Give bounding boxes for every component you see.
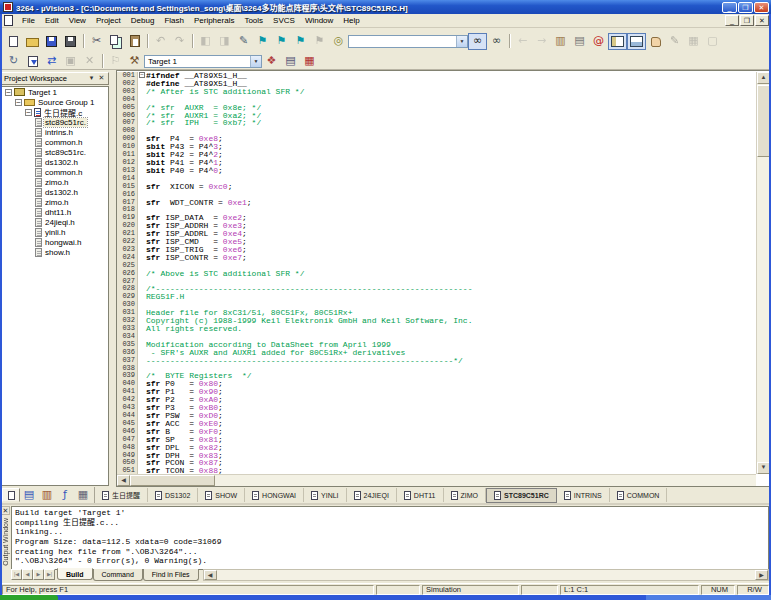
workspace-page-files[interactable] (2, 488, 20, 502)
output-close-button[interactable]: ✕ (1, 506, 10, 515)
source-browser-icon[interactable]: ▥ (551, 33, 570, 50)
output-tab-build[interactable]: Build (57, 568, 93, 580)
tree-item-yinli-h[interactable]: yinli.h (2, 227, 108, 237)
tree-expander[interactable]: − (25, 109, 32, 116)
tree-item-common-h[interactable]: common.h (2, 167, 108, 177)
debug-buttons-icon[interactable]: ▦ (300, 53, 319, 70)
build-output-text[interactable]: Build target 'Target 1'compiling 生日提醒.c.… (11, 506, 769, 570)
tree-item-24jieqi-h[interactable]: 24jieqi.h (2, 217, 108, 227)
incremental-find-icon[interactable]: ◎ (329, 33, 348, 50)
tree-item-hongwai-h[interactable]: hongwai.h (2, 237, 108, 247)
copy-icon[interactable] (106, 33, 125, 50)
new-file-icon[interactable] (4, 33, 23, 50)
tab-scroll-next-button[interactable]: ▶ (33, 569, 44, 580)
project-window-toggle-icon[interactable] (608, 33, 627, 50)
editor-horizontal-scrollbar[interactable]: ◀ (117, 474, 756, 486)
document-icon[interactable] (4, 15, 13, 26)
menu-project[interactable]: Project (91, 15, 126, 26)
find-at-icon[interactable]: @ (589, 33, 608, 50)
file-tab-yinli[interactable]: YINLI (304, 488, 347, 502)
file-tab-show[interactable]: SHOW (198, 488, 245, 502)
tab-scroll-first-button[interactable]: |◀ (11, 569, 22, 580)
file-tab-zimo[interactable]: ZIMO (444, 488, 487, 502)
find-text-combo[interactable]: ▼ (348, 35, 468, 48)
options-for-target-icon[interactable]: ⚒ (125, 53, 144, 70)
cut-icon[interactable]: ✂ (87, 33, 106, 50)
scroll-left-button[interactable]: ◀ (117, 475, 130, 486)
find-in-files-icon[interactable]: ∞ (487, 33, 506, 50)
fold-marker[interactable]: − (139, 72, 145, 78)
mdi-restore-button[interactable]: ❐ (740, 15, 754, 26)
tree-item-intrins-h[interactable]: intrins.h (2, 127, 108, 137)
paste-icon[interactable] (125, 33, 144, 50)
file-tab-intrins[interactable]: INTRINS (557, 488, 610, 502)
workspace-page-templates[interactable]: ▦ (74, 488, 92, 502)
start-button[interactable] (0, 595, 58, 600)
restore-button[interactable]: ❐ (738, 2, 753, 13)
workspace-page-functions[interactable]: ƒ (56, 488, 74, 502)
menu-svcs[interactable]: SVCS (268, 15, 300, 26)
bookmark-prev-icon[interactable]: ⚑ (291, 33, 310, 50)
open-file-icon[interactable] (23, 33, 42, 50)
tree-item-source-group-1[interactable]: −Source Group 1 (2, 97, 108, 107)
file-tab-dht11[interactable]: DHT11 (397, 488, 444, 502)
file-tab-24jieqi[interactable]: 24JIEQI (347, 488, 397, 502)
tree-item-common-h[interactable]: common.h (2, 137, 108, 147)
tree-item-stc89c51rc-[interactable]: stc89c51rc. (2, 147, 108, 157)
mdi-close-button[interactable]: ✕ (755, 15, 769, 26)
tree-item-ds1302-h[interactable]: ds1302.h (2, 187, 108, 197)
tree-item-zimo-h[interactable]: zimo.h (2, 197, 108, 207)
menu-tools[interactable]: Tools (239, 15, 268, 26)
workspace-page-regs[interactable]: ▤ (20, 488, 38, 502)
tree-expander[interactable]: − (15, 99, 22, 106)
bookmark-toggle-icon[interactable]: ⚑ (253, 33, 272, 50)
menu-edit[interactable]: Edit (40, 15, 64, 26)
output-scroll-left-button[interactable]: ◀ (204, 570, 217, 580)
file-config-icon[interactable]: ▤ (281, 53, 300, 70)
output-tab-command[interactable]: Command (93, 569, 143, 581)
windows-taskbar[interactable] (0, 595, 771, 600)
workspace-close-button[interactable]: ✕ (97, 74, 106, 83)
tree-item--c[interactable]: −生日提醒.c (2, 107, 108, 117)
output-tab-find-in-files[interactable]: Find in Files (143, 569, 199, 581)
file-tab-ds1302[interactable]: DS1302 (148, 488, 198, 502)
manage-components-icon[interactable]: ❖ (262, 53, 281, 70)
menu-debug[interactable]: Debug (126, 15, 160, 26)
tree-item-stc89c51rc-[interactable]: stc89c51rc. (2, 117, 108, 127)
rebuild-all-icon[interactable]: ⇄ (42, 53, 61, 70)
bookmark-next-icon[interactable]: ⚑ (272, 33, 291, 50)
tab-scroll-last-button[interactable]: ▶| (44, 569, 55, 580)
tree-item-zimo-h[interactable]: zimo.h (2, 177, 108, 187)
build-target-icon[interactable] (23, 53, 42, 70)
horizontal-scroll-thumb[interactable] (130, 475, 215, 486)
find-text-combo-dropdown-arrow[interactable]: ▼ (456, 36, 467, 47)
tab-scroll-prev-button[interactable]: ◀ (22, 569, 33, 580)
tree-expander[interactable]: − (5, 89, 12, 96)
menu-view[interactable]: View (64, 15, 91, 26)
save-all-icon[interactable] (61, 33, 80, 50)
output-horizontal-scrollbar[interactable]: ◀ ▶ (203, 569, 769, 581)
output-scroll-right-button[interactable]: ▶ (755, 570, 768, 580)
menu-help[interactable]: Help (338, 15, 364, 26)
code-editor[interactable]: 001−#ifndef __AT89X51_H__002#define __AT… (116, 70, 771, 487)
file-tab-hongwai[interactable]: HONGWAI (245, 488, 304, 502)
menu-window[interactable]: Window (300, 15, 338, 26)
find-icon[interactable]: ∞ (468, 33, 487, 50)
mdi-minimize-button[interactable]: _ (725, 15, 739, 26)
print-icon[interactable]: ▤ (570, 33, 589, 50)
edit-pen-icon[interactable]: ✎ (234, 33, 253, 50)
workspace-pin-button[interactable]: ▾ (87, 74, 96, 83)
tree-item-dht11-h[interactable]: dht11.h (2, 207, 108, 217)
help-select-icon[interactable] (646, 33, 665, 50)
tree-item-ds1302-h[interactable]: ds1302.h (2, 157, 108, 167)
workspace-page-books[interactable]: ▥ (38, 488, 56, 502)
select-target-combo[interactable]: Target 1▼ (144, 55, 262, 68)
select-target-combo-dropdown-arrow[interactable]: ▼ (250, 56, 261, 67)
minimize-button[interactable]: _ (722, 2, 737, 13)
save-icon[interactable] (42, 33, 61, 50)
close-button[interactable]: ✕ (754, 2, 769, 13)
tree-item-target-1[interactable]: −Target 1 (2, 87, 108, 97)
file-tab-生日提醒[interactable]: 生日提醒 (95, 488, 148, 502)
output-window-toggle-icon[interactable] (627, 33, 646, 50)
menu-file[interactable]: File (17, 15, 40, 26)
